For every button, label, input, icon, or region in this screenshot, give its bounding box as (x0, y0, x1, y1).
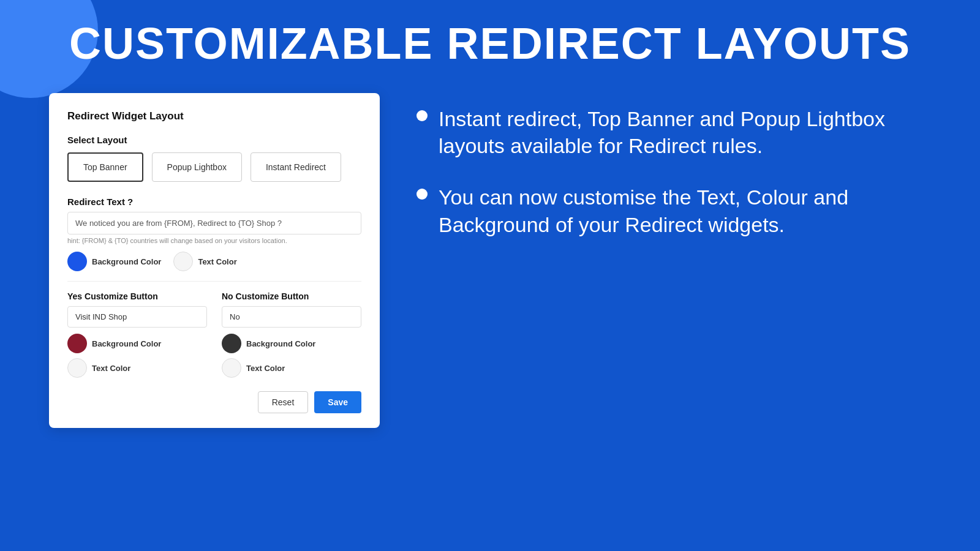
yes-customize-col: Yes Customize Button Background Color Te… (67, 291, 207, 381)
yes-bg-color-label: Background Color (92, 339, 161, 348)
redirect-text-color-item[interactable]: Text Color (173, 252, 236, 271)
yes-button-input[interactable] (67, 306, 207, 328)
no-text-color-row: Text Color (222, 358, 361, 378)
reset-button[interactable]: Reset (258, 391, 309, 413)
yes-bg-color-circle (67, 334, 87, 353)
yes-text-color-label: Text Color (92, 364, 130, 373)
save-button[interactable]: Save (314, 391, 361, 413)
page-title: CUSTOMIZABLE REDIRECT LAYOUTS (0, 18, 980, 69)
yes-bg-color-item[interactable]: Background Color (67, 334, 161, 353)
layout-top-banner[interactable]: Top Banner (67, 152, 143, 182)
no-text-color-label: Text Color (246, 364, 285, 373)
yes-color-row: Background Color (67, 334, 207, 353)
redirect-bg-color-circle (67, 252, 87, 271)
bullet-item-1: Instant redirect, Top Banner and Popup L… (417, 105, 931, 159)
right-panel: Instant redirect, Top Banner and Popup L… (417, 93, 931, 263)
no-bg-color-item[interactable]: Background Color (222, 334, 315, 353)
yes-button-label: Yes Customize Button (67, 291, 207, 301)
redirect-text-hint: hint: {FROM} & {TO} countries will chang… (67, 237, 361, 244)
bullet-text-2: You can now customise the Text, Colour a… (439, 184, 931, 238)
yes-text-color-item[interactable]: Text Color (67, 358, 130, 378)
no-text-color-item[interactable]: Text Color (222, 358, 285, 378)
customize-buttons-row: Yes Customize Button Background Color Te… (67, 291, 361, 381)
no-color-row: Background Color (222, 334, 361, 353)
no-button-label: No Customize Button (222, 291, 361, 301)
main-content: Redirect Widget Layout Select Layout Top… (0, 81, 980, 428)
bullet-list: Instant redirect, Top Banner and Popup L… (417, 105, 931, 238)
no-text-color-circle (222, 358, 241, 378)
action-row: Reset Save (67, 391, 361, 413)
no-customize-col: No Customize Button Background Color Tex… (222, 291, 361, 381)
no-button-input[interactable] (222, 306, 361, 328)
yes-text-color-row: Text Color (67, 358, 207, 378)
bullet-dot-1 (417, 110, 428, 121)
bullet-dot-2 (417, 189, 428, 200)
redirect-bg-color-label: Background Color (92, 257, 161, 266)
no-bg-color-label: Background Color (246, 339, 315, 348)
redirect-bg-color-item[interactable]: Background Color (67, 252, 161, 271)
redirect-text-label: Redirect Text ? (67, 197, 361, 207)
redirect-text-color-label: Text Color (198, 257, 236, 266)
widget-card: Redirect Widget Layout Select Layout Top… (49, 93, 380, 428)
select-layout-label: Select Layout (67, 135, 361, 145)
layout-popup-lightbox[interactable]: Popup Lightbox (152, 152, 242, 182)
redirect-text-input[interactable] (67, 212, 361, 234)
no-bg-color-circle (222, 334, 241, 353)
page-header: CUSTOMIZABLE REDIRECT LAYOUTS (0, 0, 980, 81)
bullet-text-1: Instant redirect, Top Banner and Popup L… (439, 105, 931, 159)
redirect-color-row: Background Color Text Color (67, 252, 361, 271)
yes-text-color-circle (67, 358, 87, 378)
redirect-text-color-circle (173, 252, 193, 271)
divider-1 (67, 281, 361, 282)
card-title: Redirect Widget Layout (67, 110, 361, 122)
bullet-item-2: You can now customise the Text, Colour a… (417, 184, 931, 238)
layout-buttons: Top Banner Popup Lightbox Instant Redire… (67, 152, 361, 182)
layout-instant-redirect[interactable]: Instant Redirect (251, 152, 341, 182)
